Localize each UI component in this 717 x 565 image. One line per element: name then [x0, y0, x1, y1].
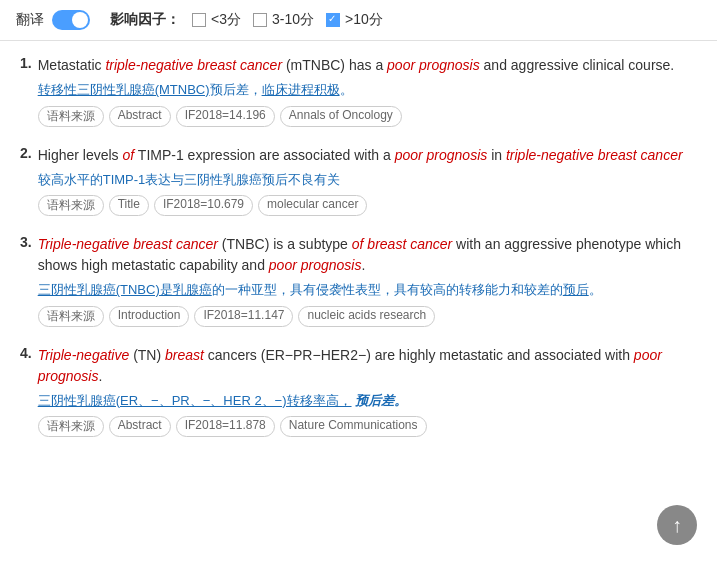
- tag-if-2: IF2018=10.679: [154, 195, 253, 216]
- tag-source-2[interactable]: 语料来源: [38, 195, 104, 216]
- en-text-1: Metastatic triple-negative breast cancer…: [38, 55, 697, 76]
- highlight-4-3: poor prognosis: [38, 347, 662, 384]
- impact-label: 影响因子：: [110, 11, 180, 29]
- highlight-3-1: Triple-negative breast cancer: [38, 236, 218, 252]
- en-text-3: Triple-negative breast cancer (TNBC) is …: [38, 234, 697, 276]
- result-body-1: Metastatic triple-negative breast cancer…: [38, 55, 697, 127]
- translate-label: 翻译: [16, 11, 44, 29]
- tag-journal-1[interactable]: Annals of Oncology: [280, 106, 402, 127]
- zh-highlight-1-2: 临床进程积极: [262, 82, 340, 97]
- tag-if-4: IF2018=11.878: [176, 416, 275, 437]
- highlight-3-2: of breast cancer: [352, 236, 452, 252]
- checkbox-gt10-label: >10分: [345, 11, 383, 29]
- tag-intro-3[interactable]: Introduction: [109, 306, 190, 327]
- zh-text-4: 三阴性乳腺癌(ER、−、PR、−、HER 2、−)转移率高， 预后差。: [38, 391, 697, 411]
- highlight-4-2: breast: [165, 347, 204, 363]
- result-item-2: 2. Higher levels of TIMP-1 expression ar…: [20, 145, 697, 217]
- scroll-top-button[interactable]: ↑: [657, 505, 697, 545]
- result-item-1: 1. Metastatic triple-negative breast can…: [20, 55, 697, 127]
- checkbox-lt3-box[interactable]: [192, 13, 206, 27]
- tags-1: 语料来源 Abstract IF2018=14.196 Annals of On…: [38, 106, 697, 127]
- tag-if-3: IF2018=11.147: [194, 306, 293, 327]
- highlight-3-3: poor prognosis: [269, 257, 362, 273]
- checkbox-3-10[interactable]: 3-10分: [253, 11, 314, 29]
- item-number-3: 3.: [20, 234, 32, 327]
- tag-source-3[interactable]: 语料来源: [38, 306, 104, 327]
- result-item-4: 4. Triple-negative (TN) breast cancers (…: [20, 345, 697, 438]
- zh-text-2: 较高水平的TIMP-1表达与三阴性乳腺癌预后不良有关: [38, 170, 697, 190]
- tag-if-1: IF2018=14.196: [176, 106, 275, 127]
- zh-highlight-3-1: 三阴性乳腺癌(TNBC)是乳腺癌: [38, 282, 212, 297]
- zh-highlight-4-1: 三阴性乳腺癌(ER、−、PR、−、HER 2、−)转移率高，: [38, 393, 352, 408]
- en-text-4: Triple-negative (TN) breast cancers (ER−…: [38, 345, 697, 387]
- tag-journal-2[interactable]: molecular cancer: [258, 195, 367, 216]
- checkbox-gt10-box[interactable]: [326, 13, 340, 27]
- item-number-4: 4.: [20, 345, 32, 438]
- tag-journal-3[interactable]: nucleic acids research: [298, 306, 435, 327]
- highlight-1-2: poor prognosis: [387, 57, 480, 73]
- tags-2: 语料来源 Title IF2018=10.679 molecular cance…: [38, 195, 697, 216]
- highlight-2-3: triple-negative breast cancer: [506, 147, 683, 163]
- item-number-1: 1.: [20, 55, 32, 127]
- checkbox-lt3-label: <3分: [211, 11, 241, 29]
- zh-highlight-4-2: 预后差。: [352, 393, 408, 408]
- results-content: 1. Metastatic triple-negative breast can…: [0, 41, 717, 469]
- zh-highlight-1-1: 转移性三阴性乳腺癌(MTNBC): [38, 82, 210, 97]
- highlight-1-1: triple-negative breast cancer: [105, 57, 282, 73]
- translate-toggle[interactable]: [52, 10, 90, 30]
- tags-3: 语料来源 Introduction IF2018=11.147 nucleic …: [38, 306, 697, 327]
- checkbox-gt10[interactable]: >10分: [326, 11, 383, 29]
- checkbox-3-10-box[interactable]: [253, 13, 267, 27]
- checkbox-3-10-label: 3-10分: [272, 11, 314, 29]
- tag-abstract-1[interactable]: Abstract: [109, 106, 171, 127]
- item-number-2: 2.: [20, 145, 32, 217]
- translate-section: 翻译: [16, 10, 90, 30]
- zh-text-1: 转移性三阴性乳腺癌(MTNBC)预后差，临床进程积极。: [38, 80, 697, 100]
- result-body-3: Triple-negative breast cancer (TNBC) is …: [38, 234, 697, 327]
- scroll-top-icon: ↑: [672, 514, 682, 537]
- highlight-2-1: of: [123, 147, 135, 163]
- tag-source-4[interactable]: 语料来源: [38, 416, 104, 437]
- impact-section: 影响因子： <3分 3-10分 >10分: [110, 11, 383, 29]
- highlight-2-2: poor prognosis: [395, 147, 488, 163]
- highlight-4-1: Triple-negative: [38, 347, 130, 363]
- top-bar: 翻译 影响因子： <3分 3-10分 >10分: [0, 0, 717, 41]
- result-item-3: 3. Triple-negative breast cancer (TNBC) …: [20, 234, 697, 327]
- checkbox-lt3[interactable]: <3分: [192, 11, 241, 29]
- tag-title-2[interactable]: Title: [109, 195, 149, 216]
- zh-text-3: 三阴性乳腺癌(TNBC)是乳腺癌的一种亚型，具有侵袭性表型，具有较高的转移能力和…: [38, 280, 697, 300]
- tag-journal-4[interactable]: Nature Communications: [280, 416, 427, 437]
- result-body-4: Triple-negative (TN) breast cancers (ER−…: [38, 345, 697, 438]
- tag-abstract-4[interactable]: Abstract: [109, 416, 171, 437]
- tags-4: 语料来源 Abstract IF2018=11.878 Nature Commu…: [38, 416, 697, 437]
- zh-highlight-3-2: 预后: [563, 282, 589, 297]
- en-text-2: Higher levels of TIMP-1 expression are a…: [38, 145, 697, 166]
- result-body-2: Higher levels of TIMP-1 expression are a…: [38, 145, 697, 217]
- tag-source-1[interactable]: 语料来源: [38, 106, 104, 127]
